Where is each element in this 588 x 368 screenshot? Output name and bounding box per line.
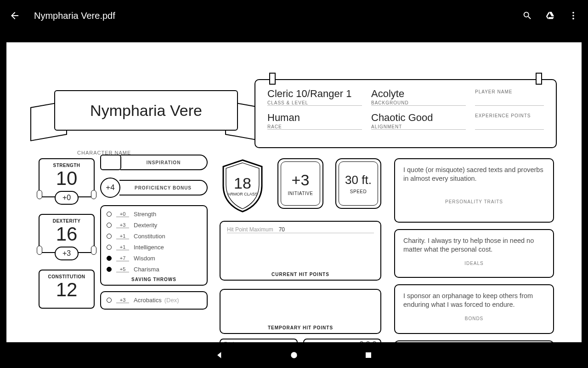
speed-box: 30 ft. SPEED xyxy=(335,158,381,209)
death-saves-box: SUCCESSES xyxy=(303,339,381,342)
current-hp-box: Hit Point Maximum70 CURRENT HIT POINTS xyxy=(220,221,381,281)
saving-throws-box: +0Strength +3Dexterity +1Constitution +1… xyxy=(100,205,208,286)
drive-icon[interactable] xyxy=(544,9,557,22)
svg-point-2 xyxy=(572,18,574,20)
ideals-box: Charity. I always try to help those in n… xyxy=(394,229,554,278)
svg-rect-4 xyxy=(366,352,371,358)
save-strength: +0Strength xyxy=(107,211,201,218)
character-name-banner: Nympharia Vere CHARACTER NAME xyxy=(36,86,256,145)
background-value: Acolyte xyxy=(371,88,466,99)
combat-column: 18 ARMOR CLASS +3 INITIATIVE 30 ft. SPEE… xyxy=(220,158,381,342)
overflow-menu-icon[interactable] xyxy=(567,9,580,22)
pdf-page[interactable]: Nympharia Vere CHARACTER NAME Cleric 10/… xyxy=(6,42,582,342)
android-nav-bar xyxy=(0,342,588,368)
svg-point-3 xyxy=(291,352,297,358)
inspiration-value xyxy=(100,155,121,170)
proficiency-column: INSPIRATION +4 PROFICIENCY BONUS +0Stren… xyxy=(100,155,208,315)
save-constitution: +1Constitution xyxy=(107,233,201,240)
save-wisdom: +7Wisdom xyxy=(107,255,201,262)
ability-strength: STRENGTH 10 +0 xyxy=(39,158,95,197)
skills-box: +3Acrobatics(Dex) xyxy=(100,291,208,310)
ability-dexterity: DEXTERITY 16 +3 xyxy=(39,214,95,253)
save-intelligence: +1Intelligence xyxy=(107,244,201,251)
svg-point-0 xyxy=(572,12,574,14)
armor-class-shield: 18 ARMOR CLASS xyxy=(220,158,266,213)
initiative-box: +3 INITIATIVE xyxy=(277,158,323,209)
personality-traits-box: I quote (or misquote) sacred texts and p… xyxy=(394,158,554,223)
proficiency-bonus-row: +4 PROFICIENCY BONUS xyxy=(100,178,208,198)
abilities-column: STRENGTH 10 +0 DEXTERITY 16 +3 CONSTITUT… xyxy=(39,158,95,309)
inspiration-row: INSPIRATION xyxy=(100,155,208,170)
class-level-value: Cleric 10/Ranger 1 xyxy=(267,88,362,99)
app-bar: Nympharia Vere.pdf xyxy=(0,0,588,31)
svg-point-1 xyxy=(572,15,574,17)
nav-recent-icon[interactable] xyxy=(363,350,373,360)
save-charisma: +5Charisma xyxy=(107,266,201,273)
character-header-box: Cleric 10/Ranger 1CLASS & LEVEL AcolyteB… xyxy=(254,79,557,148)
document-title: Nympharia Vere.pdf xyxy=(34,11,511,21)
temp-hp-box: TEMPORARY HIT POINTS xyxy=(220,289,381,334)
skill-acrobatics: +3Acrobatics(Dex) xyxy=(107,297,201,304)
character-name: Nympharia Vere xyxy=(90,102,202,120)
back-button[interactable] xyxy=(8,9,21,22)
traits-column: I quote (or misquote) sacred texts and p… xyxy=(394,158,554,342)
search-icon[interactable] xyxy=(521,9,534,22)
race-value: Human xyxy=(267,112,362,123)
proficiency-bonus-value: +4 xyxy=(100,178,120,198)
nav-home-icon[interactable] xyxy=(289,350,299,360)
bonds-box: I sponsor an orphanage to keep others fr… xyxy=(394,284,554,334)
hit-dice-box: Total 1d10 + 10d8 xyxy=(220,339,298,342)
nav-back-icon[interactable] xyxy=(215,350,225,360)
ability-constitution: CONSTITUTION 12 xyxy=(39,270,95,309)
alignment-value: Chaotic Good xyxy=(371,112,466,123)
save-dexterity: +3Dexterity xyxy=(107,222,201,229)
